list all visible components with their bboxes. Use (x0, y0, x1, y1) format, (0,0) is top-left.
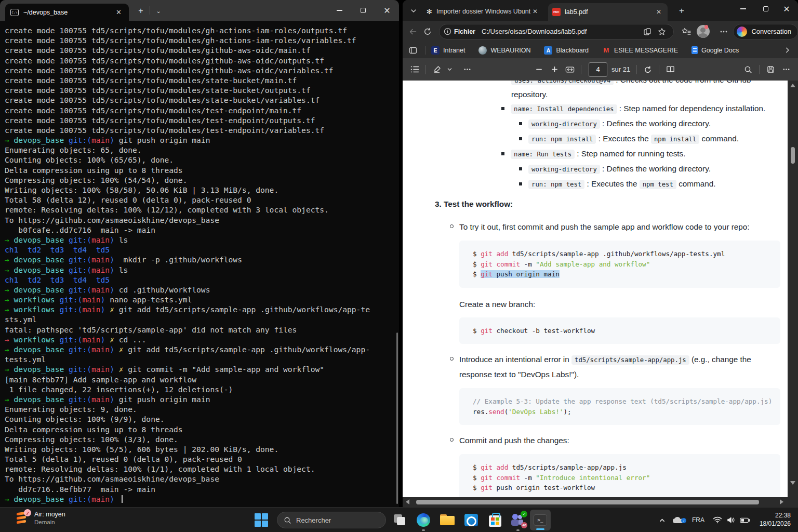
favorite-webaurion[interactable]: WEBAURION (478, 46, 530, 55)
tab-close-icon[interactable]: ✕ (530, 7, 540, 16)
terminal-line: → devops_base git:(main) git push origin… (5, 135, 399, 145)
code-line: // Example 5-3: Update the app response … (473, 396, 780, 407)
favorite-esiee-messagerie[interactable]: MESIEE MESSAGERIE (602, 46, 678, 55)
start-button[interactable] (255, 513, 268, 527)
tab-close-icon[interactable]: ✕ (654, 7, 663, 17)
favorites-list: EIntranetWEBAURIONABlackboardMESIEE MESS… (431, 46, 739, 55)
terminal-line: create mode 100755 td5/scripts/tofu/modu… (5, 115, 399, 125)
edge-close-button[interactable]: ✕ (775, 0, 798, 18)
scroll-up-icon[interactable] (790, 84, 795, 87)
terminal-titlebar[interactable]: C:\ ~/devops_base ✕ + ⌄ ✕ (0, 0, 399, 21)
edge-maximize-button[interactable] (754, 0, 777, 18)
terminal-new-tab-button[interactable]: + (134, 5, 148, 17)
divider (581, 65, 581, 74)
edge-taskbar-icon[interactable] (415, 511, 432, 529)
weather-widget[interactable]: 7 Air: moyen Demain (16, 510, 65, 526)
refresh-icon[interactable] (420, 24, 435, 39)
pdf-highlighter-dropdown-icon[interactable] (445, 62, 454, 77)
pdf-zoom-in-icon[interactable] (547, 62, 562, 77)
copilot-label: Conversation (751, 28, 791, 35)
tab-list-chevron-icon[interactable] (407, 4, 420, 18)
pdf-search-icon[interactable] (740, 62, 756, 77)
terminal-line: → devops_base git:(main) ls (5, 235, 399, 245)
split-screen-icon[interactable] (640, 24, 655, 39)
terminal-tab-dropdown-icon[interactable]: ⌄ (152, 5, 165, 17)
tray-date: 18/01/2026 (760, 520, 791, 528)
settings-more-icon[interactable] (716, 24, 731, 39)
address-bar[interactable]: Fichier C:/Users/oisas/Downloads/lab5.pd… (439, 24, 674, 39)
pdf-vertical-scrollbar[interactable] (788, 81, 798, 497)
bullet-marker (519, 122, 522, 125)
inline-code: run: npm install (528, 135, 596, 144)
terminal-close-button[interactable]: ✕ (375, 0, 399, 21)
terminal-maximize-button[interactable] (351, 0, 375, 21)
task-view-button[interactable] (391, 511, 408, 529)
onedrive-icon[interactable]: i (671, 508, 686, 532)
bullet-marker (519, 182, 522, 185)
scroll-down-icon[interactable] (790, 481, 795, 485)
favicon-icon: E (431, 46, 440, 55)
pdf-contents-icon[interactable] (407, 62, 422, 77)
horizontal-scroll-thumb[interactable] (416, 500, 759, 504)
back-icon[interactable] (406, 24, 420, 39)
pdf-highlighter-icon[interactable] (429, 62, 445, 77)
info-icon[interactable] (444, 28, 451, 35)
outlook-icon[interactable] (462, 511, 480, 529)
terminal-line: Writing objects: 100% (58/58), 50.06 KiB… (5, 185, 399, 195)
favorite-intranet[interactable]: EIntranet (431, 46, 465, 55)
terminal-body[interactable]: create mode 100755 td5/scripts/tofu/modu… (0, 21, 399, 507)
terminal-tab-close-icon[interactable]: ✕ (114, 8, 124, 16)
list-item: run: npm test : Executes the npm test co… (435, 177, 780, 192)
bullet-marker (450, 438, 454, 442)
pdf-page-number-input[interactable]: 4 (589, 62, 607, 77)
battery-icon[interactable] (738, 508, 752, 532)
divider (425, 46, 426, 55)
list-item: Commit and push the changes: (435, 433, 780, 448)
clock[interactable]: 22:38 18/01/2026 (760, 511, 791, 528)
favicon-icon: M (602, 46, 610, 55)
volume-icon[interactable] (724, 508, 738, 532)
pdf-zoom-out-icon[interactable] (531, 62, 547, 77)
file-explorer-icon[interactable] (438, 511, 456, 529)
favorite-blackboard[interactable]: ABlackboard (544, 46, 589, 55)
edge-minimize-button[interactable] (732, 0, 754, 18)
pdf-page-view-icon[interactable] (662, 62, 678, 77)
teams-icon[interactable]: ✓ AO (509, 511, 527, 529)
copilot-conversation-button[interactable]: Conversation (733, 24, 798, 39)
bullet-marker (501, 152, 504, 155)
terminal-taskbar-icon[interactable]: >_ (530, 510, 551, 530)
microsoft-store-icon[interactable] (486, 511, 504, 529)
pdf-fit-width-icon[interactable] (562, 62, 578, 77)
favorites-list-icon[interactable] (679, 24, 694, 39)
scroll-left-icon[interactable] (406, 499, 409, 504)
tray-chevron-icon[interactable] (656, 508, 668, 532)
favorite-label: Intranet (443, 47, 465, 54)
taskbar-search[interactable]: Rechercher (277, 512, 386, 528)
tab-lab5-pdf[interactable]: PDF lab5.pdf ✕ (548, 3, 668, 21)
terminal-tab[interactable]: C:\ ~/devops_base ✕ (5, 4, 129, 21)
tab-importer-dossier[interactable]: ✻ Importer dossier Windows Ubuntu ✕ (422, 4, 544, 19)
edge-window: ✻ Importer dossier Windows Ubuntu ✕ PDF … (403, 0, 798, 507)
pdf-more-icon[interactable] (778, 62, 794, 77)
pdf-save-icon[interactable] (763, 62, 778, 77)
pdf-more-tools-icon[interactable] (459, 62, 475, 77)
terminal-scrollbar[interactable] (396, 332, 398, 504)
favorite-google-docs[interactable]: Google Docs (691, 46, 739, 54)
inline-code: name: Install dependencies (511, 104, 617, 114)
new-tab-button[interactable]: + (675, 5, 688, 17)
inline-code: npm install (651, 135, 699, 144)
scroll-right-icon[interactable] (780, 499, 783, 504)
terminal-minimize-button[interactable] (327, 0, 351, 21)
wifi-icon[interactable] (711, 508, 724, 532)
sidebar-toggle-icon[interactable] (406, 43, 420, 58)
address-url[interactable]: C:/Users/oisas/Downloads/lab5.pdf (482, 28, 640, 35)
pdf-horizontal-scrollbar[interactable] (403, 497, 798, 507)
code-block: // Example 5-3: Update the app response … (459, 388, 780, 425)
vertical-scroll-thumb[interactable] (791, 147, 795, 164)
pdf-rotate-icon[interactable] (640, 62, 656, 77)
terminal-line: Delta compression using up to 8 threads (5, 424, 399, 434)
pdf-viewport[interactable]: uses: actions/checkout@v4 : Checks out t… (403, 81, 788, 497)
favorites-overflow-chevron-icon[interactable] (784, 47, 791, 54)
language-indicator[interactable]: FRA (690, 508, 707, 532)
favorite-star-icon[interactable] (655, 24, 669, 39)
